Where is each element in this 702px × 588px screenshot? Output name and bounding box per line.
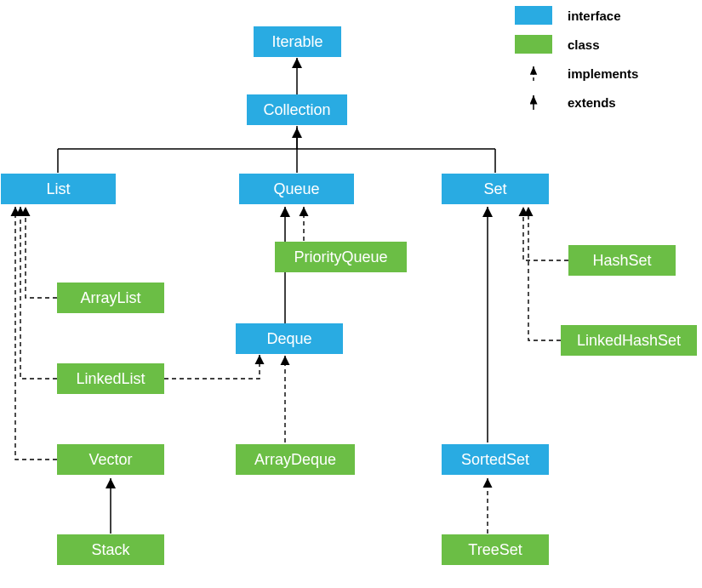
legend-label-extends: extends	[568, 95, 616, 110]
legend-row-extends: extends	[515, 89, 693, 115]
node-sortedset: SortedSet	[442, 444, 549, 475]
legend-swatch-class	[515, 35, 552, 54]
node-priorityqueue: PriorityQueue	[275, 242, 407, 272]
legend: interface class implements extends	[515, 3, 693, 118]
legend-label-class: class	[568, 37, 600, 52]
legend-implements-icon	[515, 64, 552, 83]
legend-row-class: class	[515, 31, 693, 57]
node-queue: Queue	[239, 174, 354, 204]
node-vector: Vector	[57, 444, 164, 475]
node-arraydeque: ArrayDeque	[236, 444, 355, 475]
node-stack: Stack	[57, 534, 164, 565]
node-linkedhashset: LinkedHashSet	[561, 325, 697, 356]
node-deque: Deque	[236, 323, 343, 354]
node-hashset: HashSet	[568, 245, 676, 276]
node-list: List	[1, 174, 116, 204]
node-set: Set	[442, 174, 549, 204]
node-iterable: Iterable	[254, 26, 341, 57]
node-collection: Collection	[247, 94, 347, 125]
legend-label-implements: implements	[568, 66, 638, 81]
legend-swatch-interface	[515, 6, 552, 25]
legend-row-interface: interface	[515, 3, 693, 28]
node-treeset: TreeSet	[442, 534, 549, 565]
legend-label-interface: interface	[568, 9, 621, 23]
diagram-canvas: Iterable Collection List Queue Set Array…	[0, 0, 702, 588]
legend-row-implements: implements	[515, 60, 693, 86]
node-linkedlist: LinkedList	[57, 363, 164, 394]
legend-extends-icon	[515, 93, 552, 111]
node-arraylist: ArrayList	[57, 283, 164, 313]
